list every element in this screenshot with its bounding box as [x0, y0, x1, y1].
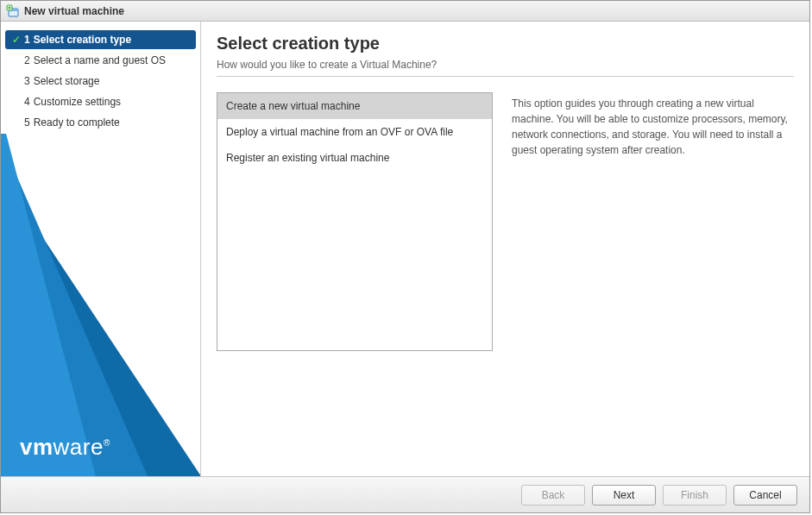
step-number: 1	[24, 34, 30, 46]
option-register-existing-vm[interactable]: Register an existing virtual machine	[217, 145, 492, 171]
step-number: 5	[24, 116, 30, 129]
step-label: Customize settings	[34, 96, 121, 108]
wizard-steps: ✓ 1 Select creation type ✓ 2 Select a na…	[1, 22, 200, 134]
step-number: 4	[24, 96, 30, 108]
step-select-name-guest-os[interactable]: ✓ 2 Select a name and guest OS	[5, 51, 196, 70]
option-deploy-ovf-ova[interactable]: Deploy a virtual machine from an OVF or …	[217, 119, 492, 145]
step-number: 2	[24, 54, 30, 66]
option-create-new-vm[interactable]: Create a new virtual machine	[217, 93, 492, 119]
option-label: Deploy a virtual machine from an OVF or …	[226, 126, 453, 138]
step-label: Select storage	[34, 75, 100, 87]
wizard-dialog: New virtual machine ✓ 1 Select creation …	[0, 0, 810, 513]
content-columns: Create a new virtual machine Deploy a vi…	[217, 92, 794, 468]
step-select-storage[interactable]: ✓ 3 Select storage	[5, 72, 196, 91]
titlebar: New virtual machine	[1, 1, 809, 22]
page-title: Select creation type	[217, 34, 794, 53]
cancel-button[interactable]: Cancel	[733, 485, 797, 506]
dialog-body: ✓ 1 Select creation type ✓ 2 Select a na…	[1, 22, 809, 476]
step-customize-settings[interactable]: ✓ 4 Customize settings	[5, 92, 196, 111]
option-description: This option guides you through creating …	[512, 92, 794, 468]
step-select-creation-type[interactable]: ✓ 1 Select creation type	[5, 30, 196, 49]
step-ready-to-complete[interactable]: ✓ 5 Ready to complete	[5, 113, 196, 132]
option-label: Create a new virtual machine	[226, 100, 360, 112]
sidebar-art: vmware®	[1, 134, 200, 476]
wizard-main: Select creation type How would you like …	[201, 22, 809, 476]
back-button[interactable]: Back	[521, 485, 585, 506]
divider	[217, 76, 794, 77]
titlebar-text: New virtual machine	[24, 5, 124, 17]
step-label: Select creation type	[34, 34, 131, 46]
creation-options-list: Create a new virtual machine Deploy a vi…	[217, 92, 493, 351]
next-button[interactable]: Next	[592, 485, 656, 506]
vmware-logo: vmware®	[20, 434, 110, 461]
wizard-sidebar: ✓ 1 Select creation type ✓ 2 Select a na…	[1, 22, 201, 476]
checkmark-icon: ✓	[10, 34, 22, 46]
option-label: Register an existing virtual machine	[226, 152, 389, 164]
logo-vm: vm	[20, 434, 54, 460]
logo-registered: ®	[104, 438, 110, 448]
step-label: Ready to complete	[34, 116, 120, 129]
wizard-footer: Back Next Finish Cancel	[1, 476, 809, 512]
step-number: 3	[24, 75, 30, 87]
page-subtitle: How would you like to create a Virtual M…	[217, 59, 794, 71]
finish-button[interactable]: Finish	[663, 485, 727, 506]
step-label: Select a name and guest OS	[34, 54, 166, 66]
logo-ware: ware	[54, 434, 104, 460]
new-vm-icon	[6, 4, 20, 18]
